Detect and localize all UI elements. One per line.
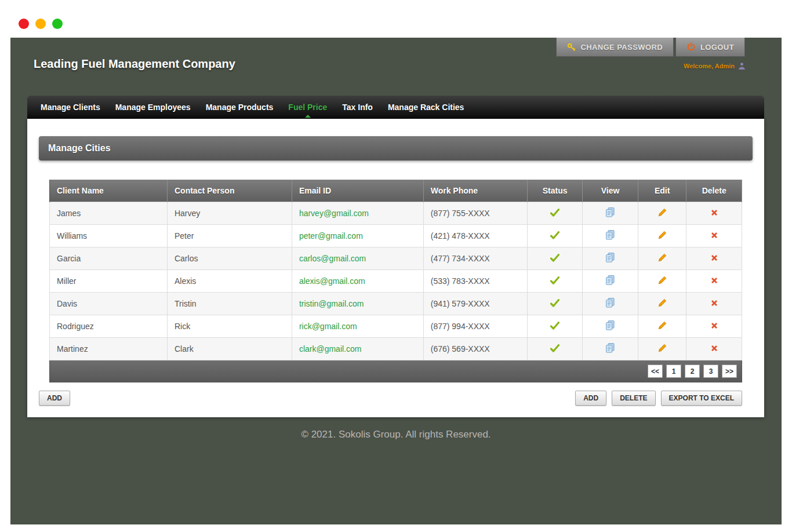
status-check-icon[interactable] xyxy=(550,276,560,285)
edit-pencil-icon[interactable] xyxy=(658,276,667,285)
client-name-cell: Davis xyxy=(50,293,168,315)
close-window-button[interactable] xyxy=(19,19,29,29)
nav-item-tax-info[interactable]: Tax Info xyxy=(335,96,380,119)
view-document-icon[interactable] xyxy=(606,275,615,285)
table-row: Williams Peter peter@gmail.com (421) 478… xyxy=(50,225,742,247)
table-header-row: Client Name Contact Person Email ID Work… xyxy=(50,180,742,202)
table-actions-right: ADD DELETE EXPORT TO EXCEL xyxy=(575,391,742,406)
company-title: Leading Fuel Management Company xyxy=(34,57,235,71)
change-password-label: CHANGE PASSWORD xyxy=(580,43,663,52)
welcome-text: Welcome, Admin xyxy=(684,62,746,70)
minimize-window-button[interactable] xyxy=(35,19,46,29)
work-phone-cell: (877) 755-XXXX xyxy=(423,202,527,225)
email-link[interactable]: alexis@gmail.com xyxy=(299,276,365,286)
client-name-cell: Garcia xyxy=(50,247,168,270)
status-check-icon[interactable] xyxy=(550,344,560,352)
client-name-cell: Martinez xyxy=(50,338,168,360)
clients-table: Client Name Contact Person Email ID Work… xyxy=(49,180,742,360)
status-check-icon[interactable] xyxy=(550,209,560,217)
table-row: Garcia Carlos carlos@gmail.com (477) 734… xyxy=(50,247,742,270)
delete-button[interactable]: DELETE xyxy=(612,391,655,406)
panel-title: Manage Cities xyxy=(39,136,753,161)
active-tab-caret xyxy=(305,115,311,118)
status-check-icon[interactable] xyxy=(550,231,560,239)
col-contact-person: Contact Person xyxy=(167,180,292,202)
table-row: Davis Tristin tristin@gmail.com (941) 57… xyxy=(50,293,742,315)
pagination-page-3-button[interactable]: 3 xyxy=(703,365,718,378)
contact-person-cell: Rick xyxy=(167,315,292,338)
delete-x-icon[interactable] xyxy=(710,254,718,262)
edit-pencil-icon[interactable] xyxy=(658,231,667,239)
view-document-icon[interactable] xyxy=(606,298,615,308)
nav-item-fuel-price[interactable]: Fuel Price xyxy=(281,96,335,119)
contact-person-cell: Tristin xyxy=(167,293,292,315)
maximize-window-button[interactable] xyxy=(52,19,63,29)
nav-item-manage-clients[interactable]: Manage Clients xyxy=(33,96,108,119)
delete-x-icon[interactable] xyxy=(710,299,718,307)
nav-item-manage-rack-cities[interactable]: Manage Rack Cities xyxy=(380,96,472,119)
clients-table-wrap: Client Name Contact Person Email ID Work… xyxy=(49,180,742,360)
email-link[interactable]: peter@gmail.com xyxy=(299,231,363,241)
contact-person-cell: Peter xyxy=(167,225,292,247)
col-client-name: Client Name xyxy=(50,180,168,202)
pagination-prev-button[interactable]: << xyxy=(648,365,663,378)
table-row: Rodriguez Rick rick@gmail.com (877) 994-… xyxy=(50,315,742,338)
nav-item-manage-products[interactable]: Manage Products xyxy=(198,96,281,119)
table-row: James Harvey harvey@gmail.com (877) 755-… xyxy=(50,202,742,225)
change-password-button[interactable]: CHANGE PASSWORD xyxy=(556,38,674,57)
add-button-left[interactable]: ADD xyxy=(39,391,70,406)
add-button[interactable]: ADD xyxy=(575,391,606,406)
contact-person-cell: Alexis xyxy=(167,270,292,293)
col-delete: Delete xyxy=(686,180,742,202)
power-icon xyxy=(686,42,696,52)
email-link[interactable]: tristin@gmail.com xyxy=(299,299,364,308)
user-icon xyxy=(738,62,746,70)
email-link[interactable]: clark@gmail.com xyxy=(299,344,362,354)
delete-x-icon[interactable] xyxy=(710,209,718,217)
col-edit: Edit xyxy=(638,180,686,202)
view-document-icon[interactable] xyxy=(606,230,615,240)
window-controls xyxy=(19,19,63,29)
edit-pencil-icon[interactable] xyxy=(658,321,667,330)
view-document-icon[interactable] xyxy=(606,207,615,217)
app-panel: CHANGE PASSWORD LOGOUT Leading Fuel Mana… xyxy=(10,38,782,524)
pagination-page-2-button[interactable]: 2 xyxy=(685,365,700,378)
nav-item-manage-employees[interactable]: Manage Employees xyxy=(108,96,198,119)
contact-person-cell: Clark xyxy=(167,338,292,360)
view-document-icon[interactable] xyxy=(606,320,615,330)
edit-pencil-icon[interactable] xyxy=(658,253,667,262)
delete-x-icon[interactable] xyxy=(710,276,718,285)
email-link[interactable]: carlos@gmail.com xyxy=(299,254,366,263)
col-view: View xyxy=(583,180,638,202)
work-phone-cell: (421) 478-XXXX xyxy=(423,225,527,247)
pagination-next-button[interactable]: >> xyxy=(722,365,737,378)
view-document-icon[interactable] xyxy=(606,343,615,353)
edit-pencil-icon[interactable] xyxy=(658,208,667,217)
view-document-icon[interactable] xyxy=(606,253,615,263)
screen: CHANGE PASSWORD LOGOUT Leading Fuel Mana… xyxy=(0,0,792,532)
pagination-bar: << 1 2 3 >> xyxy=(49,360,742,382)
edit-pencil-icon[interactable] xyxy=(658,298,667,307)
export-to-excel-button[interactable]: EXPORT TO EXCEL xyxy=(661,391,742,406)
logout-label: LOGOUT xyxy=(700,43,734,52)
work-phone-cell: (533) 783-XXXX xyxy=(423,270,527,293)
edit-pencil-icon[interactable] xyxy=(658,344,667,352)
email-link[interactable]: harvey@gmail.com xyxy=(299,209,369,218)
delete-x-icon[interactable] xyxy=(710,322,718,330)
contact-person-cell: Carlos xyxy=(167,247,292,270)
logout-button[interactable]: LOGOUT xyxy=(675,38,745,57)
client-name-cell: Williams xyxy=(50,225,168,247)
contact-person-cell: Harvey xyxy=(167,202,292,225)
top-actions: CHANGE PASSWORD LOGOUT xyxy=(556,38,745,57)
main-nav: Manage Clients Manage Employees Manage P… xyxy=(27,96,764,119)
delete-x-icon[interactable] xyxy=(710,344,718,352)
status-check-icon[interactable] xyxy=(550,254,560,262)
email-link[interactable]: rick@gmail.com xyxy=(299,322,357,331)
status-check-icon[interactable] xyxy=(550,299,560,307)
status-check-icon[interactable] xyxy=(550,322,560,330)
work-phone-cell: (941) 579-XXXX xyxy=(423,293,527,315)
delete-x-icon[interactable] xyxy=(710,231,718,239)
pagination-page-1-button[interactable]: 1 xyxy=(666,365,681,378)
work-phone-cell: (676) 569-XXXX xyxy=(423,338,527,360)
table-actions: ADD ADD DELETE EXPORT TO EXCEL xyxy=(39,391,742,406)
